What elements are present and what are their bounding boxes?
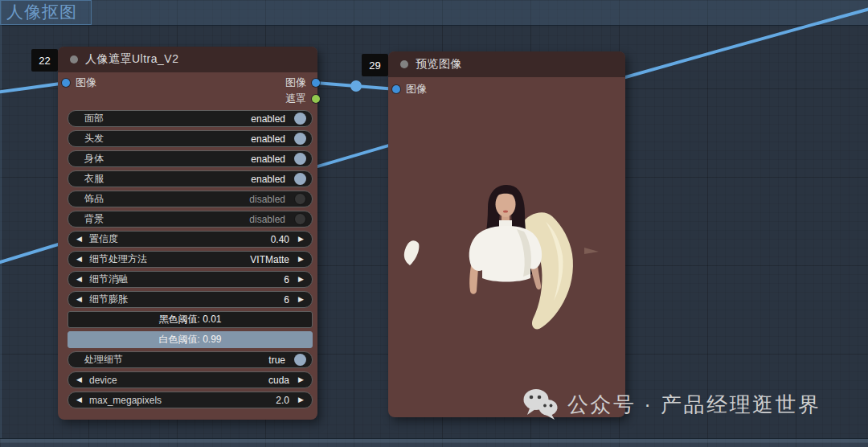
node-preview-image[interactable]: 29 预览图像 图像 xyxy=(388,51,625,417)
widget-label: 处理细节 xyxy=(74,353,123,367)
increment-arrow-icon[interactable]: ▶ xyxy=(296,396,306,404)
widget-label: 置信度 xyxy=(89,232,118,246)
widget-value: VITMatte xyxy=(250,254,289,265)
widget-list: 面部enabled头发enabled身体enabled衣服enabled饰品di… xyxy=(68,110,313,412)
node-id-badge: 22 xyxy=(31,49,58,72)
increment-arrow-icon[interactable]: ▶ xyxy=(296,236,306,243)
combo-detail-dilate[interactable]: ◀细节膨胀6▶ xyxy=(68,291,313,308)
combo-max-megapixels[interactable]: ◀max_megapixels2.0▶ xyxy=(68,392,313,408)
group-title[interactable]: 人像抠图 xyxy=(0,0,92,25)
node-portrait-mask-ultra[interactable]: 22 人像遮罩Ultra_V2 图像 图像 遮罩 面部enabled头发enab… xyxy=(58,47,317,420)
watermark: 公众号 · 产品经理逛世界 xyxy=(522,388,821,420)
watermark-text: 公众号 · 产品经理逛世界 xyxy=(567,391,821,419)
increment-arrow-icon[interactable]: ▶ xyxy=(296,376,306,383)
wire-image-to-preview xyxy=(316,83,396,89)
drape-fabric xyxy=(521,212,573,329)
widget-value: enabled xyxy=(251,154,285,165)
widget-value: 6 xyxy=(284,274,289,285)
toggle-knob-icon[interactable] xyxy=(294,113,306,125)
bar-black-point[interactable]: 黑色阈值: 0.01 xyxy=(68,311,313,328)
toggle-knob-icon[interactable] xyxy=(294,213,306,225)
toggle-clothes[interactable]: 衣服enabled xyxy=(68,170,313,187)
decrement-arrow-icon[interactable]: ◀ xyxy=(74,236,84,243)
toggle-knob-icon[interactable] xyxy=(294,153,306,165)
port-label: 图像 xyxy=(406,82,427,96)
toggle-process-detail[interactable]: 处理细节true xyxy=(68,351,313,368)
blouse-collar xyxy=(499,220,512,228)
wechat-icon xyxy=(522,388,559,420)
port-dot-icon[interactable] xyxy=(312,79,320,87)
widget-value: disabled xyxy=(249,214,285,225)
widget-value: 6 xyxy=(284,294,289,306)
input-port-image[interactable]: 图像 xyxy=(62,76,96,89)
group-bottom-band-faint xyxy=(0,443,868,447)
group-header-band xyxy=(0,0,868,26)
toggle-knob-icon[interactable] xyxy=(294,354,306,366)
toggle-knob-icon[interactable] xyxy=(294,193,306,205)
port-dot-icon[interactable] xyxy=(392,85,400,93)
drape-streak xyxy=(584,248,599,254)
node-editor-canvas[interactable]: 人像抠图 22 人像遮罩Ultra_V2 图像 图像 遮罩 面部enabled头… xyxy=(0,0,868,447)
widget-label: 面部 xyxy=(74,112,104,125)
hair-fringe xyxy=(495,191,516,198)
neck xyxy=(502,214,510,225)
toggle-hair[interactable]: 头发enabled xyxy=(68,130,313,147)
widget-value: cuda xyxy=(268,375,289,386)
combo-detail-method[interactable]: ◀细节处理方法VITMatte▶ xyxy=(68,251,313,268)
toggle-face[interactable]: 面部enabled xyxy=(68,110,313,127)
widget-value: true xyxy=(268,355,285,366)
blouse-shading xyxy=(517,229,531,277)
increment-arrow-icon[interactable]: ▶ xyxy=(296,276,306,283)
widget-value: disabled xyxy=(249,194,285,205)
node-header[interactable]: 人像遮罩Ultra_V2 xyxy=(58,47,317,72)
combo-device[interactable]: ◀devicecuda▶ xyxy=(68,371,313,388)
widget-label: max_megapixels xyxy=(89,395,162,406)
hair xyxy=(479,185,535,276)
face xyxy=(496,191,516,217)
fabric-fragment xyxy=(404,240,420,265)
decrement-arrow-icon[interactable]: ◀ xyxy=(74,376,84,383)
reroute-dot[interactable] xyxy=(350,80,362,92)
decrement-arrow-icon[interactable]: ◀ xyxy=(74,396,84,404)
widget-label: 细节膨胀 xyxy=(89,293,128,306)
widget-label: 头发 xyxy=(74,132,104,146)
toggle-background[interactable]: 背景disabled xyxy=(68,211,313,228)
collapse-dot-icon[interactable] xyxy=(70,55,78,64)
toggle-accessories[interactable]: 饰品disabled xyxy=(68,191,313,207)
toggle-body[interactable]: 身体enabled xyxy=(68,150,313,167)
port-dot-icon[interactable] xyxy=(62,79,70,87)
node-header[interactable]: 预览图像 xyxy=(388,51,625,77)
port-label: 图像 xyxy=(285,76,306,90)
port-label: 图像 xyxy=(76,76,96,90)
widget-label: 身体 xyxy=(74,152,104,166)
collapse-dot-icon[interactable] xyxy=(400,60,408,68)
preview-image-portrait-cutout xyxy=(388,51,625,417)
combo-confidence[interactable]: ◀置信度0.40▶ xyxy=(68,231,313,248)
decrement-arrow-icon[interactable]: ◀ xyxy=(74,276,84,283)
output-port-image[interactable]: 图像 xyxy=(285,76,320,89)
combo-detail-erode[interactable]: ◀细节消融6▶ xyxy=(68,271,313,288)
node-title: 人像遮罩Ultra_V2 xyxy=(85,52,178,67)
port-dot-icon[interactable] xyxy=(312,95,320,103)
right-arm xyxy=(529,259,541,289)
widget-label: 细节处理方法 xyxy=(89,252,147,266)
toggle-knob-icon[interactable] xyxy=(294,133,306,145)
blouse xyxy=(469,226,542,282)
input-port-image[interactable]: 图像 xyxy=(392,83,427,96)
widget-label: device xyxy=(89,375,117,386)
lips xyxy=(503,211,508,213)
bar-white-point[interactable]: 白色阈值: 0.99 xyxy=(68,331,313,348)
slider-text: 白色阈值: 0.99 xyxy=(158,333,221,347)
node-title: 预览图像 xyxy=(416,57,462,72)
decrement-arrow-icon[interactable]: ◀ xyxy=(74,256,84,263)
widget-value: enabled xyxy=(251,113,285,125)
decrement-arrow-icon[interactable]: ◀ xyxy=(74,296,84,303)
widget-value: 0.40 xyxy=(271,234,289,245)
output-port-mask[interactable]: 遮罩 xyxy=(285,92,320,105)
widget-label: 细节消融 xyxy=(89,273,128,286)
slider-text: 黑色阈值: 0.01 xyxy=(158,313,221,326)
increment-arrow-icon[interactable]: ▶ xyxy=(296,296,306,303)
increment-arrow-icon[interactable]: ▶ xyxy=(296,256,306,263)
widget-label: 背景 xyxy=(74,212,104,226)
toggle-knob-icon[interactable] xyxy=(294,173,306,185)
